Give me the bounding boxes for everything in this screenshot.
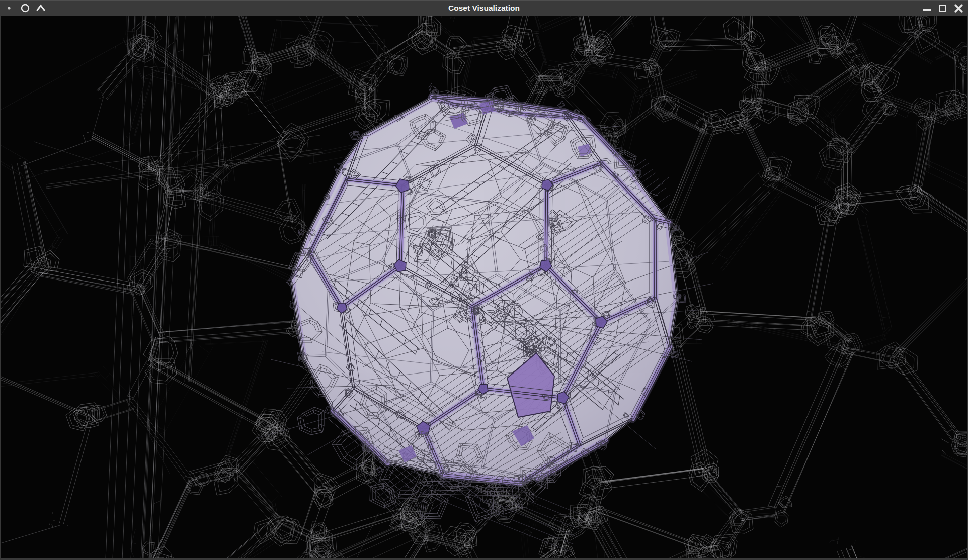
svg-text:Coset Visualization: Coset Visualization (448, 4, 520, 12)
